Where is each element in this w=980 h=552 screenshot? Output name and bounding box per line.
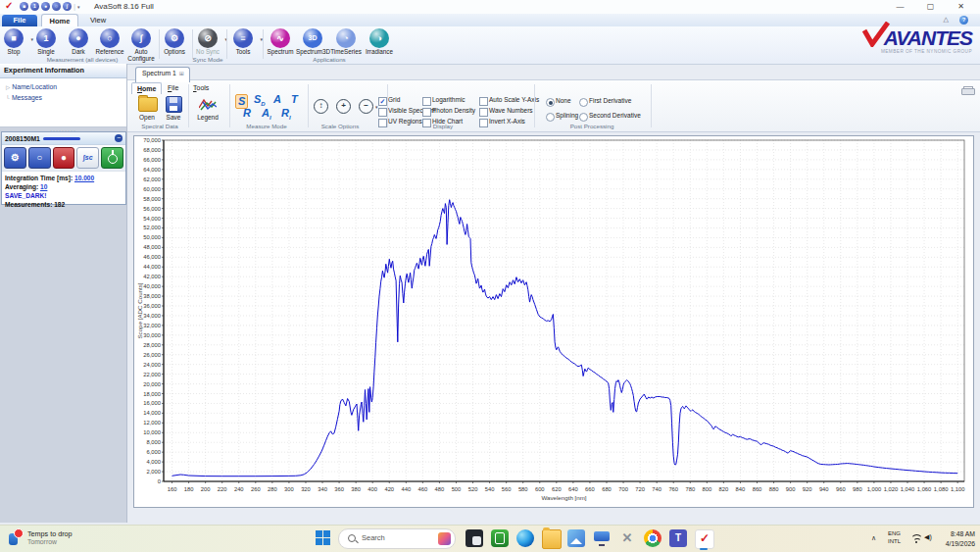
spectrum-chart-panel[interactable]: 1601802002202402602803003203403603804004…	[133, 135, 974, 508]
spectrum-tab-tools[interactable]: Tools	[188, 82, 214, 93]
spectrum3d-button[interactable]: 3DSpectrum3D	[296, 28, 329, 56]
measure-mode-r[interactable]: R	[243, 108, 251, 119]
weather-icon[interactable]	[7, 530, 23, 546]
close-button[interactable]: ✕	[946, 0, 976, 13]
checkbox-visible-spectrum[interactable]	[378, 108, 387, 117]
taskbar	[0, 525, 980, 552]
single-button[interactable]: 1Single	[29, 28, 63, 56]
zoom-out-icon[interactable]: −	[359, 99, 373, 114]
clock-date[interactable]: 8:48 AM4/19/2026	[924, 529, 975, 548]
tools-x-taskbar-icon[interactable]: ✕	[618, 529, 636, 547]
legend-icon[interactable]	[199, 97, 217, 115]
tab-file[interactable]: File	[2, 15, 37, 26]
zoom-y-icon[interactable]: ↕	[314, 99, 328, 114]
checkbox-auto-scale-y-axis[interactable]	[479, 97, 488, 106]
irradiance-button[interactable]: ◑Irradiance	[363, 28, 396, 56]
open-icon[interactable]	[138, 97, 158, 112]
expand-arrow-icon[interactable]: ▷	[6, 84, 10, 90]
start-button[interactable]	[316, 530, 330, 545]
dark-button[interactable]: ●Dark	[62, 28, 95, 56]
photos-taskbar-icon[interactable]	[567, 529, 585, 547]
dark-lamp-button[interactable]: ●	[53, 147, 75, 169]
checkbox-wave-numbers[interactable]	[479, 108, 488, 117]
tab-grid-icon[interactable]: ⊞	[179, 71, 184, 76]
menu-bar: File Home View △ ?	[0, 14, 980, 27]
spectrum-chart[interactable]: 1601802002202402602803003203403603804004…	[134, 136, 971, 505]
help-icon[interactable]: ?	[959, 16, 968, 25]
reference-button[interactable]: ○Reference	[93, 28, 126, 56]
task-view-taskbar-icon[interactable]	[466, 529, 483, 547]
auto-configure-button[interactable]: ∫Auto Configure	[124, 28, 158, 63]
avasoft-taskbar-icon[interactable]: ✓	[695, 529, 714, 549]
brand-tagline: MEMBER OF THE NYNOMIC GROUP	[835, 49, 972, 54]
device-power-button[interactable]	[101, 147, 123, 169]
spectrum-button[interactable]: ∿Spectrum	[264, 28, 297, 56]
single-label: Single	[29, 49, 63, 56]
tray-overflow-icon[interactable]: ∧	[871, 534, 876, 542]
checkbox-logarithmic[interactable]	[422, 97, 431, 106]
measure-mode-sd[interactable]: SD	[254, 94, 266, 107]
tab-view[interactable]: View	[82, 15, 114, 26]
tree-item-messages[interactable]: └Messages	[6, 94, 126, 101]
radio-splining[interactable]	[546, 113, 555, 122]
measure-mode-a[interactable]: A	[273, 94, 281, 105]
language-indicator[interactable]: ENGINTL	[888, 530, 901, 546]
monitor-taskbar-icon[interactable]	[593, 529, 611, 547]
tab-home[interactable]: Home	[41, 14, 78, 27]
no-sync-button[interactable]: ⊘▾No Sync	[191, 28, 224, 56]
inner-ribbon-separator	[188, 84, 189, 127]
wifi-icon[interactable]	[910, 535, 921, 543]
device-buttons: ⚙○●∫sc	[2, 145, 125, 172]
edge-taskbar-icon[interactable]	[516, 529, 534, 547]
svg-text:200: 200	[201, 486, 211, 492]
radio-first-derivative[interactable]	[579, 98, 588, 107]
checkbox-uv-regions[interactable]	[378, 119, 387, 127]
maximize-button[interactable]: ▢	[915, 0, 946, 13]
save-icon[interactable]	[166, 96, 182, 113]
measure-mode-ri[interactable]: RI	[281, 108, 291, 121]
tree-item-name-location[interactable]: ▷Name/Location	[6, 83, 126, 90]
checkbox-grid[interactable]: ✓	[378, 97, 387, 106]
file-explorer-taskbar-icon[interactable]	[542, 529, 562, 549]
search-box[interactable]: Search	[338, 528, 456, 549]
green-app-taskbar-icon[interactable]	[491, 529, 509, 547]
minimize-button[interactable]: —	[885, 0, 915, 13]
search-highlight-icon[interactable]	[438, 532, 451, 545]
checkbox-invert-x-axis[interactable]	[479, 119, 488, 127]
device-settings-button[interactable]: ⚙	[4, 147, 26, 169]
radio-none[interactable]	[546, 98, 555, 107]
stop-button[interactable]: ■▾Stop	[0, 28, 30, 56]
reference-icon[interactable]: ○	[52, 2, 61, 11]
reference-lamp-button[interactable]: ○	[28, 147, 51, 169]
single-icon[interactable]: 1	[30, 2, 39, 11]
radio-second-derivative[interactable]	[579, 113, 588, 122]
integration-time-value[interactable]: 10.000	[74, 175, 94, 181]
power-icon	[108, 154, 118, 164]
ribbon-collapse-icon[interactable]: △	[944, 16, 949, 24]
weather-headline[interactable]: Temps to drop	[27, 529, 73, 538]
spectrum-tab-file[interactable]: File	[163, 82, 183, 93]
svg-text:16,000: 16,000	[143, 400, 161, 406]
print-icon[interactable]	[961, 86, 973, 95]
qat-dropdown-icon[interactable]: ▾	[77, 4, 80, 10]
auto-integration-button[interactable]: ∫sc	[76, 147, 99, 169]
checkbox-hide-chart[interactable]	[422, 119, 431, 127]
tools-button[interactable]: ≡▾Tools	[226, 28, 260, 56]
spectrum-tab-home[interactable]: Home	[131, 82, 162, 94]
measure-mode-t[interactable]: T	[291, 94, 298, 105]
options-button[interactable]: ⚙Options	[158, 28, 191, 56]
dark-icon[interactable]: ●	[41, 2, 50, 11]
measure-mode-ai[interactable]: AI	[262, 108, 271, 121]
chrome-taskbar-icon[interactable]	[644, 529, 662, 547]
teams-taskbar-icon[interactable]: T	[669, 529, 687, 547]
timeseries-button[interactable]: ◔TimeSeries	[329, 28, 363, 56]
experiment-information-header: Experiment Information	[0, 64, 126, 78]
stop-icon[interactable]: ■	[20, 2, 28, 11]
collapse-device-icon[interactable]: −	[115, 134, 122, 142]
spectrum-tab[interactable]: Spectrum 1⊞	[135, 67, 190, 82]
zoom-in-icon[interactable]: +	[336, 99, 351, 114]
weather-subtext[interactable]: Tomorrow	[27, 538, 57, 545]
checkbox-photon-density[interactable]	[422, 108, 431, 117]
averaging-value[interactable]: 10	[40, 183, 47, 190]
auto-configure-icon[interactable]: ∫	[63, 2, 72, 11]
